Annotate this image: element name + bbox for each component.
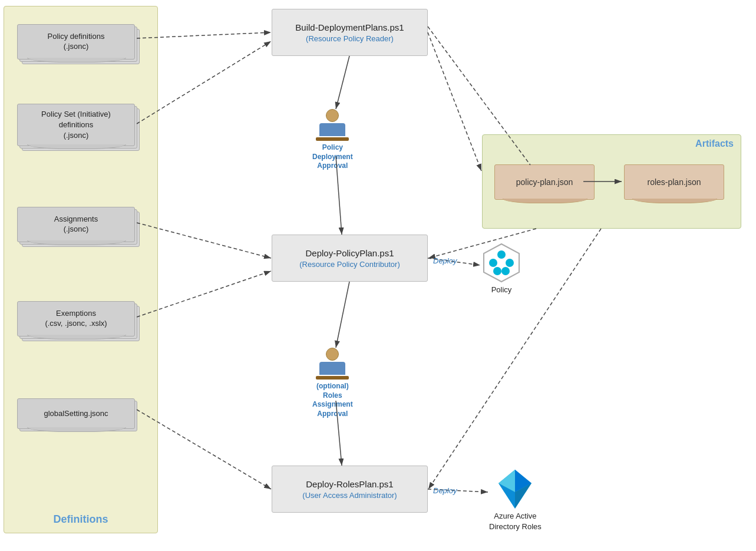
deploy-roles-label: Deploy — [433, 486, 457, 495]
artifacts-label: Artifacts — [695, 138, 734, 149]
roles-person-body-icon — [319, 362, 345, 375]
arrow-deploy-policy-to-roles-approval — [336, 282, 349, 348]
svg-point-4 — [493, 267, 501, 275]
build-deployment-plans-box: Build-DeploymentPlans.ps1 (Resource Poli… — [272, 9, 428, 56]
policy-approval-person: PolicyDeploymentApproval — [312, 109, 353, 171]
deploy-policy-plan-box: Deploy-PolicyPlan.ps1 (Resource Policy C… — [272, 235, 428, 282]
svg-point-1 — [497, 250, 506, 259]
roles-plan-text: roles-plan.json — [647, 177, 701, 187]
azure-ad-label: Azure ActiveDirectory Roles — [489, 511, 542, 532]
policy-defs-text: Policy definitions(.jsonc) — [48, 32, 105, 52]
artifacts-panel: Artifacts policy-plan.json roles-plan.js… — [482, 134, 741, 229]
azure-diamond-svg — [497, 468, 533, 510]
roles-person-desk-icon — [316, 376, 349, 380]
definitions-label: Definitions — [54, 513, 108, 526]
global-setting-text: globalSetting.jsonc — [44, 409, 108, 419]
definitions-panel: Definitions Policy definitions(.jsonc) P… — [4, 6, 158, 533]
roles-approval-person: (optional)RolesAssignmentApproval — [312, 348, 353, 418]
assignments-text: Assignments(.jsonc) — [54, 215, 98, 235]
deploy-roles-title: Deploy-RolesPlan.ps1 — [306, 479, 393, 489]
policy-set-defs-text: Policy Set (Initiative)definitions(.json… — [41, 109, 111, 141]
deploy-roles-subtitle: (User Access Administrator) — [302, 491, 397, 500]
deploy-roles-plan-box: Deploy-RolesPlan.ps1 (User Access Admini… — [272, 466, 428, 513]
policy-service-icon: Policy — [480, 242, 523, 294]
policy-plan-text: policy-plan.json — [516, 177, 573, 187]
deploy-policy-title: Deploy-PolicyPlan.ps1 — [305, 248, 394, 258]
build-box-subtitle: (Resource Policy Reader) — [306, 34, 394, 43]
person-body-icon — [319, 123, 345, 136]
deploy-policy-label: Deploy — [433, 256, 457, 265]
azure-ad-icon: Azure ActiveDirectory Roles — [489, 468, 542, 532]
roles-approval-label: (optional)RolesAssignmentApproval — [312, 382, 353, 418]
person-desk-icon — [316, 137, 349, 141]
policy-approval-label: PolicyDeploymentApproval — [312, 143, 353, 171]
deploy-policy-subtitle: (Resource Policy Contributor) — [299, 260, 400, 269]
arrow-build-to-artifacts — [428, 32, 481, 171]
svg-point-5 — [501, 267, 510, 275]
build-box-title: Build-DeploymentPlans.ps1 — [295, 22, 404, 32]
roles-plan-doc: roles-plan.json — [624, 164, 724, 200]
roles-person-head-icon — [326, 348, 339, 361]
svg-point-3 — [506, 259, 514, 267]
policy-service-label: Policy — [491, 285, 512, 294]
person-head-icon — [326, 109, 339, 122]
arrow-build-to-approval — [336, 56, 349, 109]
svg-point-2 — [489, 259, 497, 267]
exemptions-text: Exemptions(.csv, .jsonc, .xslx) — [45, 309, 107, 329]
policy-plan-doc: policy-plan.json — [494, 164, 595, 200]
policy-hex-svg — [480, 242, 523, 284]
